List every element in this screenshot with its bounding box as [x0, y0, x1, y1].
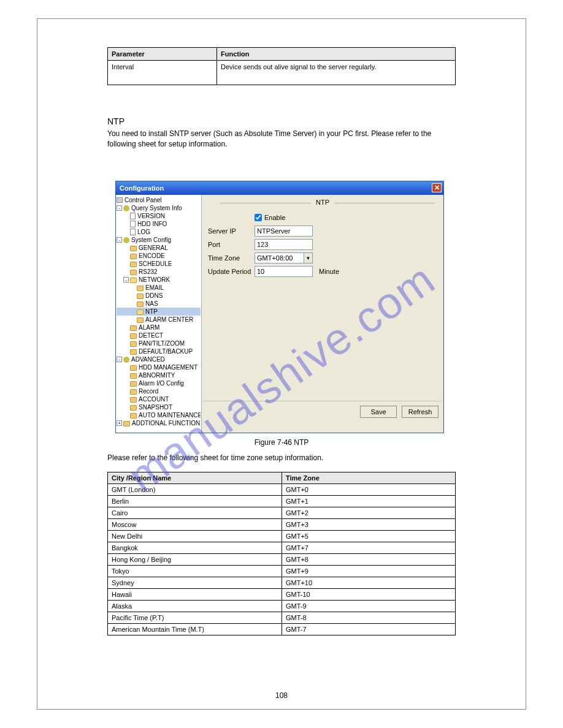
tree-label: ADVANCED	[131, 355, 165, 363]
page-icon	[130, 229, 136, 235]
port-input[interactable]	[255, 239, 313, 250]
gear-icon	[123, 205, 129, 211]
tree-item-alarm-i-o-config[interactable]: Alarm I/O Config	[117, 379, 201, 387]
tree-item-network[interactable]: -NETWORK	[117, 276, 201, 284]
page-icon	[130, 221, 136, 227]
enable-checkbox[interactable]	[255, 214, 262, 221]
tree-item-version[interactable]: VERSION	[117, 212, 201, 220]
tree-item-hdd-management[interactable]: HDD MANAGEMENT	[117, 363, 201, 371]
tz-zone: GMT+8	[282, 554, 456, 566]
divider	[331, 203, 435, 203]
tree-label: ACCOUNT	[139, 395, 169, 403]
tree-label: HDD MANAGEMENT	[139, 363, 197, 371]
tree-item-alarm[interactable]: ALARM	[117, 324, 201, 332]
tz-city: Hawaii	[108, 589, 282, 601]
tz-zone: GMT+5	[282, 531, 456, 542]
tz-zone: GMT+2	[282, 507, 456, 519]
update-input[interactable]	[255, 266, 313, 277]
tz-zone: GMT-7	[282, 624, 456, 635]
tree-item-default-backup[interactable]: DEFAULT/BACKUP	[117, 347, 201, 355]
tree-item-encode[interactable]: ENCODE	[117, 252, 201, 260]
save-button[interactable]: Save	[360, 406, 397, 418]
section-title: NTP	[107, 116, 124, 126]
tree-item-detect[interactable]: DETECT	[117, 332, 201, 339]
tz-zone: GMT+9	[282, 566, 456, 577]
tz-city: Berlin	[108, 496, 282, 507]
tree-item-email[interactable]: EMAIL	[117, 284, 201, 292]
collapse-icon[interactable]: -	[117, 237, 122, 243]
tree-item-schedule[interactable]: SCHEDULE	[117, 260, 201, 268]
tree-item-query-system-info[interactable]: -Query System Info	[117, 204, 201, 212]
page-icon	[130, 213, 136, 219]
tree-item-log[interactable]: LOG	[117, 228, 201, 236]
timezone-select[interactable]: GMT+08:00 ▼	[255, 252, 313, 264]
tz-city: GMT (London)	[108, 484, 282, 496]
tree-item-account[interactable]: ACCOUNT	[117, 395, 201, 403]
close-icon[interactable]: ✕	[432, 183, 442, 192]
tz-zone: GMT-10	[282, 589, 456, 601]
monitor-icon	[117, 197, 123, 203]
refresh-button[interactable]: Refresh	[402, 406, 439, 418]
dialog-titlebar: Configuration ✕	[116, 181, 443, 195]
table-row: CairoGMT+2	[108, 507, 456, 519]
tree-item-auto-maintenance[interactable]: AUTO MAINTENANCE	[117, 411, 201, 419]
tz-zone: GMT+7	[282, 542, 456, 554]
folder-icon	[130, 333, 137, 339]
tree-item-record[interactable]: Record	[117, 387, 201, 395]
tree-item-addtional-function[interactable]: +ADDTIONAL FUNCTION	[117, 419, 201, 427]
collapse-icon[interactable]: -	[117, 205, 122, 211]
folder-icon	[130, 405, 137, 411]
timezone-table: City /Region Name Time Zone GMT (London)…	[107, 472, 456, 635]
folder-icon	[130, 373, 137, 379]
table-row: BerlinGMT+1	[108, 496, 456, 507]
tree-item-pan-tilt-zoom[interactable]: PAN/TILT/ZOOM	[117, 339, 201, 347]
tree-root[interactable]: Control Panel	[117, 196, 201, 204]
enable-row: Enable	[208, 211, 437, 224]
tree-label: Record	[139, 387, 158, 395]
collapse-icon[interactable]: -	[117, 357, 122, 362]
tree-label: ALARM	[139, 324, 159, 332]
enable-label: Enable	[264, 214, 285, 221]
tz-city: New Delhi	[108, 531, 282, 542]
tree-item-rs232[interactable]: RS232	[117, 268, 201, 276]
collapse-icon[interactable]: -	[123, 277, 129, 282]
tree-item-system-config[interactable]: -System Config	[117, 236, 201, 244]
tree-item-snapshot[interactable]: SNAPSHOT	[117, 403, 201, 411]
tree-label: LOG	[137, 228, 150, 236]
th-parameter: Parameter	[108, 48, 217, 61]
table-row: TokyoGMT+9	[108, 566, 456, 577]
tree-item-nas[interactable]: NAS	[117, 300, 201, 308]
tree-item-ddns[interactable]: DDNS	[117, 292, 201, 300]
tree-item-abnormity[interactable]: ABNORMITY	[117, 371, 201, 379]
tree-label: ABNORMITY	[139, 371, 175, 379]
serverip-input[interactable]	[255, 226, 313, 237]
tree-label: DEFAULT/BACKUP	[139, 347, 193, 355]
tree-item-alarm-center[interactable]: ALARM CENTER	[117, 316, 201, 324]
expand-icon[interactable]: +	[117, 420, 122, 426]
table-row: GMT (London)GMT+0	[108, 484, 456, 496]
tree-label: ALARM CENTER	[145, 316, 193, 324]
tree-item-advanced[interactable]: -ADVANCED	[117, 355, 201, 363]
tz-zone: GMT+10	[282, 577, 456, 589]
folder-icon	[137, 294, 144, 299]
folder-icon	[130, 413, 137, 419]
tz-city: Sydney	[108, 577, 282, 589]
tz-th-city: City /Region Name	[108, 472, 282, 484]
parameter-table: Parameter Function Interval Device sends…	[107, 47, 456, 85]
tree-item-ntp[interactable]: NTP	[117, 308, 201, 316]
figure-caption: Figure 7-46 NTP	[0, 438, 563, 447]
folder-open-icon	[137, 309, 144, 315]
config-dialog: Configuration ✕ Control Panel -Query Sys…	[115, 181, 444, 433]
tz-city: Moscow	[108, 519, 282, 531]
table-row: HawaiiGMT-10	[108, 589, 456, 601]
folder-icon	[130, 262, 137, 267]
folder-icon	[137, 301, 144, 307]
tree-item-hdd-info[interactable]: HDD INFO	[117, 220, 201, 228]
tz-city: Cairo	[108, 507, 282, 519]
tz-city: Tokyo	[108, 566, 282, 577]
folder-icon	[130, 349, 137, 355]
tz-zone: GMT+1	[282, 496, 456, 507]
gear-icon	[123, 357, 129, 363]
tree-label: HDD INFO	[137, 220, 167, 228]
tree-item-general[interactable]: GENERAL	[117, 244, 201, 252]
